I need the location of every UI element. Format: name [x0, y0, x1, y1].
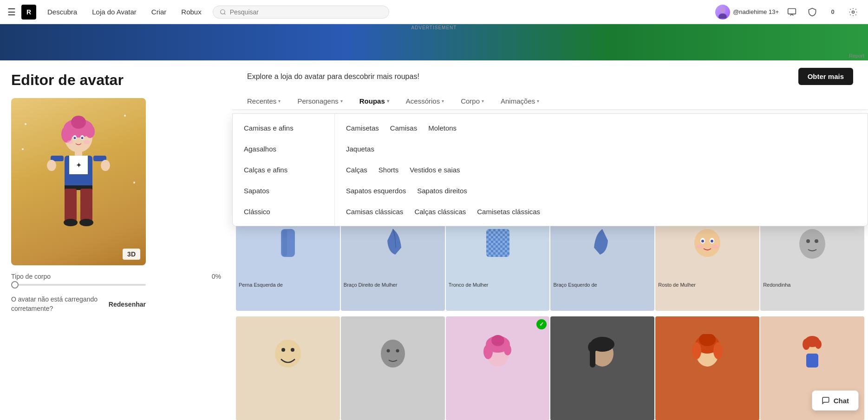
nav-link-descubra[interactable]: Descubra — [42, 5, 83, 19]
svg-point-39 — [701, 240, 704, 243]
redraw-button[interactable]: Redesenhar — [109, 301, 146, 308]
dropdown-option-shorts[interactable]: Shorts — [379, 166, 398, 174]
tab-animacoes[interactable]: Animações ▾ — [493, 92, 547, 110]
avatar-character: ✦ — [41, 112, 116, 251]
settings-icon[interactable] — [846, 5, 861, 20]
svg-point-40 — [711, 240, 713, 243]
slider-thumb[interactable] — [11, 281, 19, 289]
dropdown-row-3: Sapatos esquerdos Sapatos direitos — [335, 180, 868, 201]
svg-rect-4 — [788, 8, 796, 14]
svg-point-27 — [101, 160, 110, 171]
nav-links: Descubra Loja do Avatar Criar Robux — [42, 5, 207, 19]
dropdown-option-camisetas-classicas[interactable]: Camisetas clássicas — [477, 208, 540, 216]
item-thumb-torso — [482, 224, 514, 262]
dropdown-option-camisas-classicas[interactable]: Camisas clássicas — [346, 208, 403, 216]
item-label-2: Tronco de Mulher — [446, 280, 550, 290]
item-thumb-face — [691, 224, 724, 262]
nav-link-robux[interactable]: Robux — [176, 5, 207, 19]
nav-link-criar[interactable]: Criar — [146, 5, 172, 19]
dropdown-item-camisas-afins[interactable]: Camisas e afins — [233, 118, 334, 138]
item-image-r2-3 — [550, 316, 654, 389]
sparkle-2 — [22, 148, 24, 150]
grid-item-r2-2[interactable]: ✓ — [446, 316, 550, 420]
svg-point-16 — [84, 140, 90, 144]
dropdown-left-column: Camisas e afins Agasalhos Calças e afins… — [233, 114, 335, 226]
svg-point-36 — [694, 229, 720, 257]
dropdown-option-sapatos-esq[interactable]: Sapatos esquerdos — [346, 187, 406, 195]
chat-messages-icon[interactable] — [784, 5, 799, 20]
dropdown-option-calcas-classicas[interactable]: Calças clássicas — [414, 208, 466, 216]
chevron-down-icon: ▾ — [387, 98, 389, 104]
svg-point-29 — [79, 219, 93, 226]
chevron-down-icon: ▾ — [278, 98, 281, 104]
dropdown-option-jaquetas[interactable]: Jaquetas — [346, 145, 374, 153]
grid-item-r2-0[interactable] — [236, 316, 340, 420]
tab-personagens[interactable]: Personagens ▾ — [290, 92, 350, 110]
roblox-logo[interactable]: R — [21, 5, 36, 20]
tab-roupas[interactable]: Roupas ▾ — [352, 92, 397, 110]
nav-tabs-container: Recentes ▾ Personagens ▾ Roupas ▾ Acessó… — [232, 92, 868, 110]
svg-point-9 — [85, 125, 95, 138]
dropdown-item-agasalhos[interactable]: Agasalhos — [233, 138, 334, 159]
item-thumb-gray-head — [377, 334, 409, 371]
sparkle-1 — [25, 123, 26, 125]
grid-item-r2-3[interactable] — [550, 316, 654, 420]
ad-label: ADVERTISEMENT — [411, 25, 457, 30]
avatar-preview[interactable]: ✦ 3D — [11, 98, 146, 265]
svg-point-51 — [396, 349, 399, 353]
robux-count-display[interactable]: 0 — [825, 5, 840, 20]
svg-rect-17 — [75, 151, 82, 156]
dropdown-row-4: Camisas clássicas Calças clássicas Camis… — [335, 201, 868, 222]
dropdown-row-0: Camisetas Camisas Moletons — [335, 118, 868, 138]
tab-acessorios[interactable]: Acessórios ▾ — [398, 92, 451, 110]
right-panel: Explore a loja do avatar para descobrir … — [232, 60, 868, 420]
search-input[interactable] — [230, 8, 369, 16]
dropdown-item-sapatos[interactable]: Sapatos — [233, 180, 334, 201]
dropdown-option-calcas[interactable]: Calças — [346, 166, 367, 174]
svg-point-5 — [852, 11, 855, 13]
item-label-0: Perna Esquerda de — [236, 280, 340, 290]
svg-rect-70 — [806, 354, 818, 368]
item-image-r2-4 — [655, 316, 759, 389]
chevron-down-icon: ▾ — [482, 98, 484, 104]
page-title: Editor de avatar — [11, 72, 221, 89]
hamburger-menu-icon[interactable]: ☰ — [7, 7, 16, 18]
dropdown-item-classico[interactable]: Clássico — [233, 201, 334, 222]
ad-report-link[interactable]: Report — [845, 51, 868, 60]
3d-toggle-badge[interactable]: 3D — [123, 249, 140, 260]
nav-link-loja[interactable]: Loja do Avatar — [86, 5, 142, 19]
chat-bubble[interactable]: Chat — [812, 390, 859, 411]
grid-item-r2-1[interactable] — [341, 316, 445, 420]
svg-point-0 — [220, 9, 224, 13]
svg-point-13 — [74, 137, 76, 139]
svg-text:✦: ✦ — [76, 161, 82, 169]
item-thumb-orange-hair — [691, 334, 724, 371]
item-label-5: Redondinha — [760, 280, 864, 290]
svg-point-64 — [713, 342, 723, 359]
body-type-label: Tipo de corpo — [11, 273, 51, 280]
user-profile[interactable]: @nadiehime 13+ — [715, 5, 779, 20]
left-panel: Editor de avatar — [0, 60, 232, 420]
ad-banner: ADVERTISEMENT Report — [0, 24, 868, 60]
dropdown-item-calcas-afins[interactable]: Calças e afins — [233, 159, 334, 180]
dropdown-option-camisas[interactable]: Camisas — [390, 124, 417, 132]
grid-item-r2-4[interactable] — [655, 316, 759, 420]
tab-recentes[interactable]: Recentes ▾ — [240, 92, 288, 110]
svg-point-42 — [711, 245, 719, 249]
dropdown-option-moletons[interactable]: Moletons — [428, 124, 457, 132]
svg-line-1 — [224, 13, 225, 14]
svg-point-44 — [806, 239, 810, 243]
tab-corpo[interactable]: Corpo ▾ — [453, 92, 491, 110]
get-more-button[interactable]: Obter mais — [798, 68, 853, 85]
dropdown-row-2: Calças Shorts Vestidos e saias — [335, 159, 868, 180]
svg-point-49 — [381, 340, 405, 368]
avatar-error-section: O avatar não está carregando corretament… — [11, 295, 146, 313]
body-type-section: Tipo de corpo 0% — [11, 273, 221, 280]
svg-rect-31 — [282, 230, 287, 256]
search-bar[interactable] — [213, 6, 389, 19]
dropdown-option-camisetas[interactable]: Camisetas — [346, 124, 379, 132]
shield-icon[interactable] — [805, 5, 820, 20]
dropdown-option-vestidos[interactable]: Vestidos e saias — [410, 166, 460, 174]
dropdown-option-sapatos-dir[interactable]: Sapatos direitos — [417, 187, 467, 195]
body-type-slider[interactable] — [11, 284, 221, 286]
